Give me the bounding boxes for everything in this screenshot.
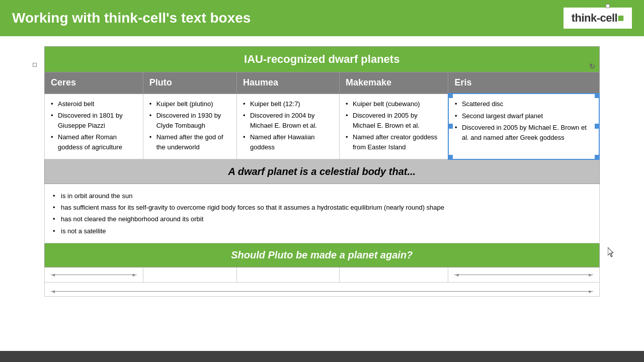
makemake-bullet-2: Discovered in 2005 by Michael E. Brown e… [346,111,442,130]
pluto-bullets: Kuiper belt (plutino) Discovered in 1930… [149,99,230,152]
eris-handle-br[interactable] [595,155,600,160]
haumea-bullet-2: Discovered in 2004 by Michael E. Brown e… [243,111,333,130]
column-header-row: Ceres Pluto Haumea Makemake Eris ↻ [45,72,600,94]
pluto-bullet-3: Named after the god of the underworld [149,132,230,152]
col-header-haumea: Haumea [236,72,339,94]
ceres-bullet-1: Asteroid belt [51,99,137,109]
content-row: Asteroid belt Discovered in 1801 by Gius… [45,94,600,159]
header-title: Working with think-cell's text boxes [12,10,251,26]
definition-title-row: A dwarf planet is a celestial body that.… [45,159,600,184]
eris-cell[interactable]: Scattered disc Second largest dwarf plan… [448,94,599,159]
makemake-cell: Kuiper belt (cubewano) Discovered in 200… [340,94,448,159]
eris-bullet-2: Second largest dwarf planet [455,111,593,121]
bottom-bar [0,351,644,362]
def-bullet-3: has not cleared the neighborhood around … [53,213,591,225]
eris-bullets: Scattered disc Second largest dwarf plan… [455,99,593,142]
ceres-bullet-3: Named after Roman goddess of agriculture [51,132,137,152]
rotate-icon[interactable]: ↻ [589,62,595,70]
eris-handle-bl[interactable] [448,155,453,160]
col-header-pluto: Pluto [143,72,236,94]
arrow-cell-5: ◄ ► [448,267,599,283]
col-header-makemake: Makemake [340,72,448,94]
definition-content-row: is in orbit around the sun has sufficien… [45,184,600,243]
pluto-question-cell: Should Pluto be made a planet again? [45,243,600,267]
svg-marker-0 [608,247,613,257]
makemake-bullet-3: Named after creator goddess from Easter … [346,132,442,152]
logo-text: think-cell■ [572,12,624,25]
arrows-row: ◄ ► ◄ ► [45,267,600,283]
eris-handle-mr[interactable] [595,124,600,129]
def-bullet-1: is in orbit around the sun [53,190,591,202]
header: Working with think-cell's text boxes thi… [0,0,644,36]
def-bullet-4: is not a satellite [53,225,591,237]
eris-bullet-1: Scattered disc [455,99,593,109]
definition-title-cell: A dwarf planet is a celestial body that.… [45,159,600,184]
col-header-ceres: Ceres [45,72,143,94]
pluto-bullet-2: Discovered in 1930 by Clyde Tombaugh [149,111,230,130]
makemake-bullet-1: Kuiper belt (cubewano) [346,99,442,109]
arrow-cell-4 [340,267,448,283]
main-table: IAU-recognized dwarf planets Ceres Pluto… [44,46,600,297]
pluto-bullet-1: Kuiper belt (plutino) [149,99,230,109]
mouse-cursor [608,247,615,259]
makemake-bullets: Kuiper belt (cubewano) Discovered in 200… [346,99,442,152]
pluto-question-row: Should Pluto be made a planet again? [45,243,600,267]
ceres-bullets: Asteroid belt Discovered in 1801 by Gius… [51,99,137,152]
haumea-bullet-1: Kuiper belt (12:7) [243,99,333,109]
ceres-cell: Asteroid belt Discovered in 1801 by Gius… [45,94,143,159]
col-header-eris: Eris ↻ [448,72,599,94]
definition-content-cell: is in orbit around the sun has sufficien… [45,184,600,243]
eris-handle-tl[interactable] [448,93,453,98]
arrow-cell-3 [236,267,339,283]
logo-area: think-cell■ [564,8,632,29]
pluto-cell: Kuiper belt (plutino) Discovered in 1930… [143,94,236,159]
def-bullet-2: has sufficient mass for its self-gravity… [53,202,591,213]
haumea-cell: Kuiper belt (12:7) Discovered in 2004 by… [236,94,339,159]
span-arrow-cell: ◄ ► [45,283,600,297]
haumea-bullet-3: Named after Hawaiian goddess [243,132,333,152]
definition-bullets: is in orbit around the sun has sufficien… [53,190,591,237]
ceres-bullet-2: Discovered in 1801 by Giuseppe Piazzi [51,111,137,130]
haumea-bullets: Kuiper belt (12:7) Discovered in 2004 by… [243,99,333,152]
eris-bullet-3: Discovered in 2005 by Michael E. Brown e… [455,123,593,142]
span-arrow-row: ◄ ► [45,283,600,297]
iau-title-cell: IAU-recognized dwarf planets [45,47,600,72]
eris-handle-ml[interactable] [448,124,453,129]
eris-handle-tr[interactable] [595,93,600,98]
arrow-cell-1: ◄ ► [45,267,143,283]
iau-title-row: IAU-recognized dwarf planets [45,47,600,72]
content-area: IAU-recognized dwarf planets Ceres Pluto… [0,36,644,297]
arrow-cell-2 [143,267,236,283]
top-right-handle[interactable] [606,4,610,8]
